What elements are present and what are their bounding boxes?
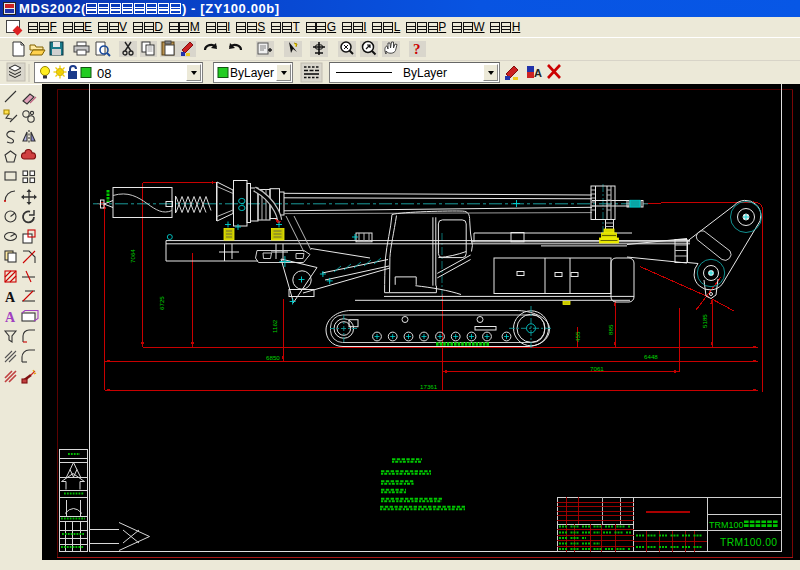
svg-text:7064: 7064 xyxy=(129,249,136,263)
svg-text:6850: 6850 xyxy=(266,354,280,361)
svg-text:08: 08 xyxy=(97,66,111,81)
svg-text:A: A xyxy=(534,67,542,79)
svg-text:7061: 7061 xyxy=(590,365,604,372)
svg-text:TRM100.00: TRM100.00 xyxy=(720,537,777,548)
svg-text:?: ? xyxy=(413,41,421,57)
svg-text:6725: 6725 xyxy=(158,296,165,310)
svg-text:1162: 1162 xyxy=(271,319,278,333)
svg-text:885: 885 xyxy=(607,324,614,335)
svg-text:5185: 5185 xyxy=(701,314,708,328)
svg-text:455: 455 xyxy=(574,331,581,342)
svg-text:17361: 17361 xyxy=(420,383,438,390)
svg-text:A: A xyxy=(5,310,16,325)
svg-text:A: A xyxy=(5,290,16,305)
svg-text:6448: 6448 xyxy=(644,353,658,360)
svg-text:TRM100: TRM100 xyxy=(709,520,744,530)
